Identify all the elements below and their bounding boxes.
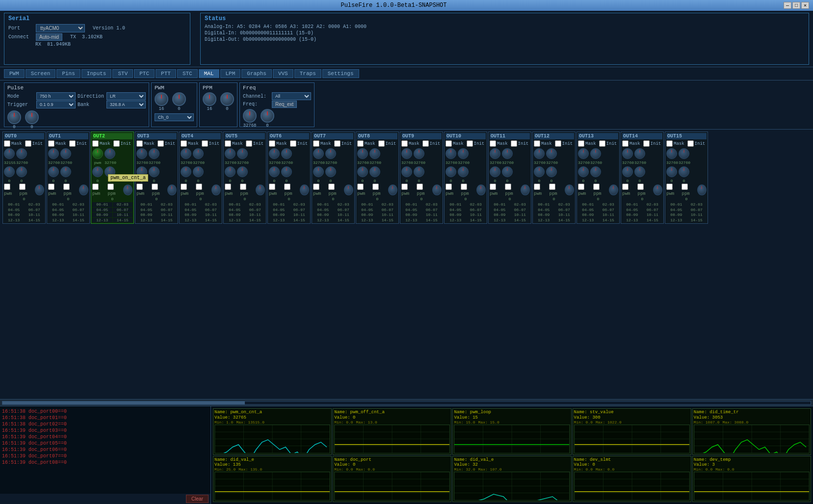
knob-out6-r1k1[interactable] <box>281 166 292 177</box>
pwm-knob2[interactable] <box>172 92 186 106</box>
step-btn-out0[interactable]: 14-15 <box>25 218 45 223</box>
step-btn-out0[interactable]: 10-11 <box>25 212 45 217</box>
checkbox-init-out3[interactable] <box>157 140 164 147</box>
step-btn-out14[interactable]: 14-15 <box>643 218 663 223</box>
knob-out13-r0k1[interactable] <box>590 148 601 159</box>
checkbox-mask-out15[interactable] <box>666 140 673 147</box>
knob-out10-r1k0[interactable] <box>446 166 456 177</box>
direction-select[interactable]: LR <box>106 92 146 100</box>
knob-out12-r0k0[interactable] <box>534 148 545 159</box>
checkbox-init-out2[interactable] <box>113 140 120 147</box>
checkbox-mask-out13[interactable] <box>578 140 584 147</box>
step-btn-out3[interactable]: 14-15 <box>157 218 177 223</box>
freq-req-btn[interactable]: Req_ext <box>272 101 297 108</box>
knob-out13-r1k0[interactable] <box>578 166 589 177</box>
chk-ppm-out12[interactable] <box>549 184 555 190</box>
step-btn-out9[interactable]: 02-03 <box>422 202 442 207</box>
step-btn-out7[interactable]: 06-07 <box>334 208 354 212</box>
step-btn-out5[interactable]: 02-03 <box>245 202 265 207</box>
step-btn-out14[interactable]: 04-05 <box>622 208 642 212</box>
step-btn-out10[interactable]: 08-09 <box>446 212 466 217</box>
knob-pwm-out15[interactable] <box>697 185 707 195</box>
step-btn-out7[interactable]: 04-05 <box>313 208 333 212</box>
checkbox-init-out13[interactable] <box>599 140 605 147</box>
step-btn-out8[interactable]: 12-13 <box>357 218 377 223</box>
checkbox-init-out11[interactable] <box>511 140 517 147</box>
step-btn-out10[interactable]: 00-01 <box>446 202 466 207</box>
knob-pwm-out6[interactable] <box>300 185 309 195</box>
knob-pwm-out1[interactable] <box>79 185 88 195</box>
step-btn-out5[interactable]: 14-15 <box>245 218 265 223</box>
step-btn-out10[interactable]: 10-11 <box>466 212 486 217</box>
step-btn-out5[interactable]: 08-09 <box>225 212 245 217</box>
knob-out8-r1k1[interactable] <box>369 166 380 177</box>
channel-select[interactable]: All <box>272 92 311 100</box>
checkbox-init-out4[interactable] <box>202 140 208 147</box>
step-btn-out11[interactable]: 04-05 <box>490 208 510 212</box>
step-btn-out1[interactable]: 10-11 <box>69 212 89 217</box>
chk-ppm-out13[interactable] <box>593 184 600 190</box>
checkbox-init-out14[interactable] <box>643 140 650 147</box>
checkbox-mask-out0[interactable] <box>4 140 10 147</box>
step-btn-out1[interactable]: 08-09 <box>48 212 68 217</box>
chk-ppm-out4[interactable] <box>196 184 202 190</box>
knob-out2-r0k0[interactable] <box>92 148 103 159</box>
knob-out14-r0k0[interactable] <box>622 148 633 159</box>
chk-ppm-out15[interactable] <box>682 184 688 190</box>
step-btn-out2[interactable]: 00-01 <box>92 202 112 207</box>
scrollbar-thumb[interactable] <box>2 401 245 404</box>
knob-pwm-out3[interactable] <box>167 185 177 195</box>
step-btn-out1[interactable]: 02-03 <box>69 202 89 207</box>
step-btn-out5[interactable]: 04-05 <box>225 208 245 212</box>
step-btn-out6[interactable]: 04-05 <box>269 208 289 212</box>
knob-out1-r1k1[interactable] <box>60 166 71 177</box>
step-btn-out12[interactable]: 04-05 <box>534 208 554 212</box>
chk-ppm-out6[interactable] <box>284 184 290 190</box>
chk-ppm-out3[interactable] <box>152 184 158 190</box>
knob-out0-r0k0[interactable] <box>4 148 15 159</box>
knob-out4-r0k0[interactable] <box>181 148 191 159</box>
freq-knob2[interactable] <box>261 109 274 123</box>
step-btn-out13[interactable]: 00-01 <box>578 202 598 207</box>
step-btn-out9[interactable]: 14-15 <box>422 218 442 223</box>
tab-mal[interactable]: MAL <box>199 69 219 78</box>
knob-out1-r0k0[interactable] <box>48 148 59 159</box>
step-btn-out6[interactable]: 14-15 <box>289 218 310 223</box>
mode-select[interactable]: 750 h <box>36 92 76 100</box>
step-btn-out9[interactable]: 12-13 <box>401 218 421 223</box>
knob-out8-r1k0[interactable] <box>357 166 368 177</box>
step-btn-out12[interactable]: 08-09 <box>534 212 554 217</box>
checkbox-mask-out3[interactable] <box>136 140 143 147</box>
maximize-button[interactable]: □ <box>792 2 800 9</box>
pulse-knob2[interactable] <box>25 110 39 124</box>
knob-out3-r0k0[interactable] <box>136 148 147 159</box>
connect-button[interactable]: Auto-mid <box>36 33 62 41</box>
step-btn-out7[interactable]: 02-03 <box>334 202 354 207</box>
scrollbar-track[interactable] <box>2 401 811 405</box>
chk-pwm-out0[interactable] <box>4 184 10 190</box>
checkbox-init-out0[interactable] <box>25 140 31 147</box>
step-btn-out2[interactable]: 06-07 <box>113 208 133 212</box>
tab-graphs[interactable]: Graphs <box>241 69 272 78</box>
knob-out5-r0k0[interactable] <box>225 148 236 159</box>
knob-out12-r0k1[interactable] <box>546 148 557 159</box>
knob-out10-r1k1[interactable] <box>458 166 469 177</box>
step-btn-out3[interactable]: 00-01 <box>136 202 157 207</box>
step-btn-out13[interactable]: 06-07 <box>599 208 619 212</box>
step-btn-out15[interactable]: 14-15 <box>687 218 707 223</box>
step-btn-out10[interactable]: 02-03 <box>466 202 486 207</box>
step-btn-out3[interactable]: 06-07 <box>157 208 177 212</box>
step-btn-out3[interactable]: 10-11 <box>157 212 177 217</box>
step-btn-out15[interactable]: 08-09 <box>666 212 686 217</box>
step-btn-out8[interactable]: 10-11 <box>378 212 398 217</box>
knob-out11-r0k1[interactable] <box>502 148 513 159</box>
step-btn-out4[interactable]: 04-05 <box>181 208 201 212</box>
step-btn-out1[interactable]: 00-01 <box>48 202 68 207</box>
checkbox-init-out8[interactable] <box>378 140 385 147</box>
tab-lpm[interactable]: LPM <box>220 69 241 78</box>
step-btn-out9[interactable]: 00-01 <box>401 202 421 207</box>
checkbox-init-out1[interactable] <box>69 140 76 147</box>
chk-pwm-out1[interactable] <box>48 184 54 190</box>
step-btn-out4[interactable]: 02-03 <box>201 202 221 207</box>
knob-out0-r0k1[interactable] <box>16 148 27 159</box>
